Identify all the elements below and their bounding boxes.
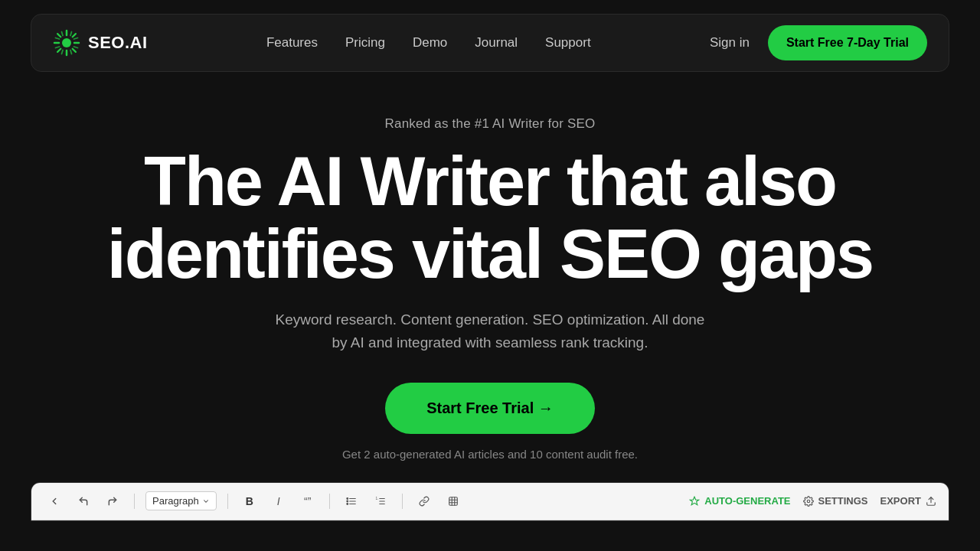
nav-links: Features Pricing Demo Journal Support (266, 35, 591, 51)
paragraph-label: Paragraph (152, 495, 199, 507)
nav-features[interactable]: Features (266, 35, 318, 51)
svg-line-11 (56, 47, 60, 48)
hero-section: Ranked as the #1 AI Writer for SEO The A… (0, 86, 980, 461)
svg-point-0 (62, 38, 71, 47)
nav-pricing[interactable]: Pricing (345, 35, 385, 51)
seo-ai-logo-icon (53, 29, 80, 57)
svg-line-15 (74, 47, 78, 48)
bold-button[interactable]: B (239, 491, 260, 512)
ordered-list-button[interactable]: 1. (370, 491, 391, 512)
svg-point-22 (347, 503, 348, 504)
divider-3 (329, 494, 330, 509)
paragraph-select[interactable]: Paragraph (145, 491, 217, 510)
hero-title-line1: The AI Writer that also (144, 143, 836, 220)
hero-cta-button[interactable]: Start Free Trial → (385, 383, 595, 434)
nav-support[interactable]: Support (545, 35, 591, 51)
svg-rect-27 (449, 497, 457, 506)
hero-title-line2: identifies vital SEO gaps (107, 216, 873, 292)
export-button[interactable]: EXPORT (880, 495, 936, 507)
export-label: EXPORT (880, 495, 921, 507)
undo-button[interactable] (73, 491, 94, 512)
svg-line-14 (74, 38, 78, 40)
svg-line-5 (57, 34, 60, 37)
nav-journal[interactable]: Journal (475, 35, 518, 51)
editor-toolbar: Paragraph B I “” 1. (31, 483, 949, 520)
toolbar-right: AUTO-GENERATE SETTINGS EXPORT (689, 495, 936, 507)
svg-point-20 (347, 497, 348, 499)
unordered-list-button[interactable] (341, 491, 362, 512)
quote-button[interactable]: “” (297, 491, 318, 512)
sign-in-link[interactable]: Sign in (710, 35, 750, 51)
logo-text: SEO.AI (88, 33, 148, 53)
nav-actions: Sign in Start Free 7-Day Trial (710, 25, 927, 60)
svg-line-10 (56, 38, 60, 40)
svg-point-32 (807, 500, 810, 503)
hero-subtitle: Keyword research. Content generation. SE… (268, 308, 712, 355)
hero-note: Get 2 auto-generated AI articles and 10 … (15, 448, 965, 461)
back-button[interactable] (44, 491, 65, 512)
svg-text:1.: 1. (375, 497, 378, 500)
link-button[interactable] (413, 491, 435, 512)
nav-cta-button[interactable]: Start Free 7-Day Trial (768, 25, 927, 60)
navbar: SEO.AI Features Pricing Demo Journal Sup… (31, 14, 949, 72)
hero-title: The AI Writer that also identifies vital… (69, 145, 911, 290)
svg-line-9 (62, 32, 64, 36)
svg-line-16 (70, 51, 72, 54)
settings-button[interactable]: SETTINGS (803, 495, 868, 507)
table-button[interactable] (443, 491, 464, 512)
autogenerate-label: AUTO-GENERATE (704, 495, 790, 507)
logo[interactable]: SEO.AI (53, 29, 148, 57)
italic-button[interactable]: I (268, 491, 289, 512)
svg-line-7 (73, 34, 76, 37)
nav-demo[interactable]: Demo (413, 35, 447, 51)
svg-line-8 (57, 49, 60, 52)
divider-1 (134, 494, 135, 509)
svg-line-6 (73, 49, 76, 52)
autogenerate-button[interactable]: AUTO-GENERATE (689, 495, 790, 507)
divider-2 (227, 494, 228, 509)
hero-badge: Ranked as the #1 AI Writer for SEO (385, 116, 596, 132)
svg-line-13 (70, 32, 72, 36)
divider-4 (402, 494, 403, 509)
settings-label: SETTINGS (818, 495, 868, 507)
svg-point-21 (347, 500, 348, 502)
redo-button[interactable] (102, 491, 123, 512)
editor-preview: Paragraph B I “” 1. (31, 482, 949, 521)
svg-line-12 (62, 51, 64, 54)
